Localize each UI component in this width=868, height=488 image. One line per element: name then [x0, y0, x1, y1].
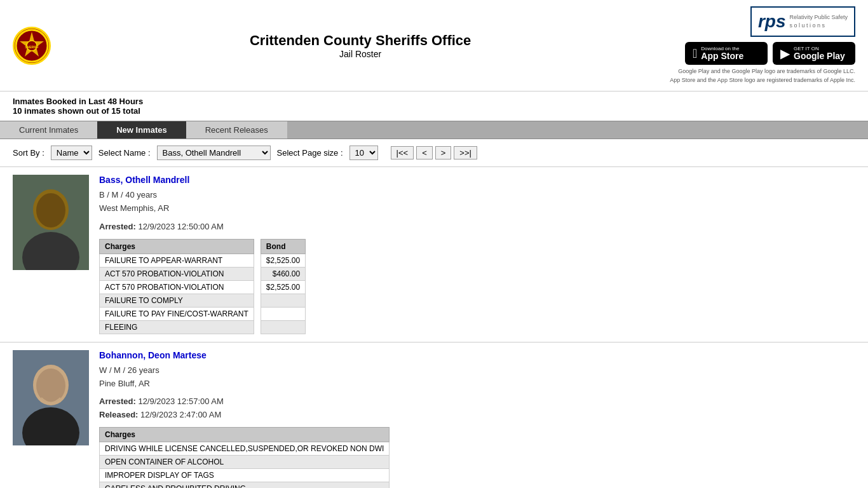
sort-label: Sort By : — [13, 148, 44, 158]
inmate-photo-1 — [13, 175, 89, 270]
rps-logo: rps Relativity Public Safetys o l u t i … — [750, 6, 855, 37]
sort-select[interactable]: Name Date — [51, 146, 92, 160]
first-page-button[interactable]: |<< — [391, 146, 414, 159]
header-logo: rps Relativity Public Safetys o l u t i … — [670, 6, 855, 85]
tab-new-inmates[interactable]: New Inmates — [97, 121, 186, 139]
inmate-dates-2: Arrested: 12/9/2023 12:57:00 AM Released… — [99, 395, 855, 422]
pagination: |<< < > >>| — [391, 146, 477, 159]
rps-subtitle: Relativity Public Safetys o l u t i o n … — [789, 13, 848, 29]
table-row: FAILURE TO COMPLY — [100, 294, 254, 307]
table-row: $2,525.00 — [261, 254, 305, 267]
name-select[interactable]: Bass, Othell Mandrell Bohannon, Deon Mar… — [157, 146, 271, 160]
charges-table-1: Charges FAILURE TO APPEAR-WARRANT ACT 57… — [99, 239, 254, 334]
table-row: IMPROPER DISPLAY OF TAGS — [100, 468, 390, 482]
table-row: FLEEING — [100, 320, 254, 334]
inmate-record-2: Bohannon, Deon Martese W / M / 26 yearsP… — [0, 342, 868, 488]
inmate-info-1: B / M / 40 yearsWest Memphis, AR — [99, 189, 855, 215]
table-row — [261, 307, 305, 320]
apple-icon:  — [693, 46, 697, 61]
prev-page-button[interactable]: < — [416, 146, 433, 159]
inmate-name-2[interactable]: Bohannon, Deon Martese — [99, 350, 855, 360]
nav-tabs: Current Inmates New Inmates Recent Relea… — [0, 121, 868, 139]
app-store-text: Download on the App Store — [701, 46, 743, 61]
inmate-dates-1: Arrested: 12/9/2023 12:50:00 AM — [99, 220, 855, 234]
charges-header: Charges — [100, 427, 390, 442]
page-title: Crittenden County Sheriffs Office — [51, 32, 670, 49]
charges-table-2: Charges DRIVING WHILE LICENSE CANCELLED,… — [99, 427, 390, 488]
svg-text:SHERIFF: SHERIFF — [25, 45, 38, 49]
info-bar: Inmates Booked in Last 48 Hours 10 inmat… — [0, 92, 868, 121]
charges-container-2: Charges DRIVING WHILE LICENSE CANCELLED,… — [99, 427, 855, 488]
page-size-label: Select Page size : — [277, 148, 343, 158]
app-store-badge[interactable]:  Download on the App Store — [685, 42, 768, 65]
table-row: OPEN CONTAINER OF ALCOHOL — [100, 455, 390, 468]
sheriff-badge-icon: SHERIFF — [13, 27, 51, 65]
inmate-details-2: Bohannon, Deon Martese W / M / 26 yearsP… — [99, 350, 855, 488]
svg-point-11 — [36, 369, 65, 403]
inmate-info-2: W / M / 26 yearsPine Bluff, AR — [99, 364, 855, 391]
table-row: CARELESS AND PROHIBITED DRIVING — [100, 482, 390, 488]
table-row: FAILURE TO PAY FINE/COST-WARRANT — [100, 307, 254, 320]
header-left: SHERIFF — [13, 27, 51, 65]
inmate-details-1: Bass, Othell Mandrell B / M / 40 yearsWe… — [99, 175, 855, 334]
inmate-record-1: Bass, Othell Mandrell B / M / 40 yearsWe… — [0, 166, 868, 341]
inmates-count-line2: 10 inmates shown out of 15 total — [13, 106, 855, 116]
next-page-button[interactable]: > — [435, 146, 452, 159]
table-row: ACT 570 PROBATION-VIOLATION — [100, 267, 254, 280]
table-row: $460.00 — [261, 267, 305, 280]
table-row — [261, 294, 305, 307]
last-page-button[interactable]: >>| — [454, 146, 477, 159]
rps-text: rps — [758, 11, 786, 32]
bond-table-1: Bond $2,525.00 $460.00 $2,525.00 — [261, 239, 306, 334]
inmate-photo-2 — [13, 350, 89, 445]
page-size-select[interactable]: 10 25 50 — [349, 146, 378, 160]
table-row: DRIVING WHILE LICENSE CANCELLED,SUSPENDE… — [100, 442, 390, 455]
charges-container-1: Charges FAILURE TO APPEAR-WARRANT ACT 57… — [99, 239, 855, 334]
header-center: Crittenden County Sheriffs Office Jail R… — [51, 32, 670, 59]
bond-header: Bond — [261, 239, 305, 254]
table-row: ACT 570 PROBATION-VIOLATION — [100, 280, 254, 294]
inmates-count-line1: Inmates Booked in Last 48 Hours — [13, 97, 855, 106]
table-row — [261, 320, 305, 334]
google-play-icon: ▶ — [780, 46, 790, 61]
table-row: FAILURE TO APPEAR-WARRANT — [100, 254, 254, 267]
page-subtitle: Jail Roster — [51, 49, 670, 59]
trademark-text: Google Play and the Google Play logo are… — [670, 67, 855, 85]
svg-point-7 — [36, 193, 65, 227]
store-badges:  Download on the App Store ▶ GET IT ON … — [685, 42, 855, 65]
name-label: Select Name : — [98, 148, 151, 158]
page-header: SHERIFF Crittenden County Sheriffs Offic… — [0, 0, 868, 92]
tab-recent-releases[interactable]: Recent Releases — [186, 121, 287, 139]
table-row: $2,525.00 — [261, 280, 305, 294]
tab-current-inmates[interactable]: Current Inmates — [0, 121, 97, 139]
controls-bar: Sort By : Name Date Select Name : Bass, … — [0, 139, 868, 166]
inmate-name-1[interactable]: Bass, Othell Mandrell — [99, 175, 855, 185]
charges-header: Charges — [100, 239, 254, 254]
google-play-text: GET IT ON Google Play — [794, 46, 845, 61]
google-play-badge[interactable]: ▶ GET IT ON Google Play — [773, 42, 855, 65]
